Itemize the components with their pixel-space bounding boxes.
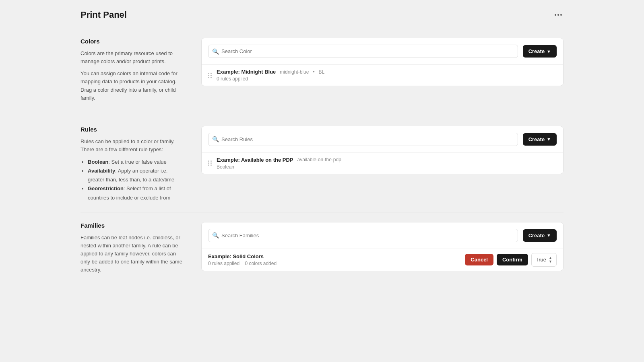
- rule-row: Example: Available on the PDP available-…: [202, 152, 563, 174]
- colors-desc2: You can assign colors an internal code f…: [80, 70, 185, 102]
- family-row-main: Example: Solid Colors: [208, 253, 460, 259]
- color-row-content: Example: Midnight Blue midnight-blue • B…: [217, 69, 557, 82]
- color-sub: 0 rules applied: [217, 76, 557, 82]
- families-create-button[interactable]: Create ▼: [523, 229, 557, 242]
- families-toolbar: 🔍 Create ▼: [202, 222, 563, 249]
- rule-availability-term: Availability: [88, 168, 115, 174]
- chevron-down-icon: ▼: [547, 233, 551, 238]
- colors-title: Colors: [80, 38, 185, 45]
- color-row-main: Example: Midnight Blue midnight-blue • B…: [217, 69, 557, 75]
- rule-sub: Boolean: [217, 164, 557, 170]
- color-row: Example: Midnight Blue midnight-blue • B…: [202, 64, 563, 86]
- rules-list: Boolean: Set a true or false value Avail…: [80, 158, 185, 202]
- families-desc: Families can be leaf nodes i.e. childles…: [80, 234, 185, 274]
- colors-create-button[interactable]: Create ▼: [523, 45, 557, 58]
- rules-card: 🔍 Create ▼ Example: Available on the PDP: [201, 126, 564, 174]
- families-title: Families: [80, 222, 185, 229]
- rule-code: available-on-the-pdp: [297, 157, 341, 162]
- page-header: Print Panel: [80, 0, 564, 28]
- rule-list-item-availability: Availability: Apply an operator i.e. gre…: [88, 167, 185, 184]
- colors-panel: 🔍 Create ▼ Example: Midnight Blue: [201, 38, 564, 106]
- up-down-icon: ▲▼: [549, 256, 552, 263]
- family-rules-count: 0 rules applied: [208, 261, 239, 266]
- colors-desc1: Colors are the primary resource used to …: [80, 49, 185, 66]
- color-short-code: BL: [319, 69, 325, 75]
- families-panel: 🔍 Create ▼ Example: Solid Colors 0 rules…: [201, 222, 564, 278]
- family-sub: 0 rules applied 0 colors added: [208, 261, 460, 266]
- rule-boolean-term: Boolean: [88, 159, 108, 165]
- color-search-input[interactable]: [208, 45, 518, 58]
- family-row-content: Example: Solid Colors 0 rules applied 0 …: [208, 253, 460, 266]
- drag-handle-icon[interactable]: [208, 73, 212, 78]
- rules-create-button[interactable]: Create ▼: [523, 133, 557, 146]
- true-select[interactable]: True ▲▼: [531, 253, 557, 267]
- cancel-button[interactable]: Cancel: [465, 254, 493, 265]
- rule-name: Example: Available on the PDP: [217, 157, 293, 163]
- family-colors-count: 0 colors added: [245, 261, 277, 266]
- rules-section: Rules Rules can be applied to a color or…: [80, 116, 564, 212]
- family-row-actions: Cancel Confirm True ▲▼: [465, 253, 557, 267]
- color-name: Example: Midnight Blue: [217, 69, 276, 75]
- rules-toolbar: 🔍 Create ▼: [202, 126, 563, 152]
- rule-boolean-def: : Set a true or false value: [108, 159, 167, 165]
- colors-toolbar: 🔍 Create ▼: [202, 38, 563, 64]
- rules-title: Rules: [80, 126, 185, 133]
- chevron-down-icon: ▼: [547, 137, 551, 142]
- families-search-wrap: 🔍: [208, 229, 518, 242]
- rule-georestriction-term: Georestriction: [88, 185, 124, 191]
- colors-search-wrap: 🔍: [208, 45, 518, 58]
- color-code: midnight-blue: [280, 69, 309, 75]
- families-description: Families Families can be leaf nodes i.e.…: [80, 222, 185, 278]
- rule-row-content: Example: Available on the PDP available-…: [217, 157, 557, 170]
- more-options-icon[interactable]: [553, 12, 564, 17]
- family-name: Example: Solid Colors: [208, 253, 264, 259]
- families-section: Families Families can be leaf nodes i.e.…: [80, 212, 564, 288]
- colors-description: Colors Colors are the primary resource u…: [80, 38, 185, 106]
- rule-list-item-georestriction: Georestriction: Select from a list of co…: [88, 184, 185, 202]
- colors-section: Colors Colors are the primary resource u…: [80, 28, 564, 116]
- rule-row-main: Example: Available on the PDP available-…: [217, 157, 557, 163]
- families-card: 🔍 Create ▼ Example: Solid Colors 0 rules…: [201, 222, 564, 271]
- rules-search-wrap: 🔍: [208, 133, 518, 146]
- confirm-button[interactable]: Confirm: [497, 254, 528, 265]
- rules-description: Rules Rules can be applied to a color or…: [80, 126, 185, 202]
- page-title: Print Panel: [80, 10, 127, 20]
- rules-panel: 🔍 Create ▼ Example: Available on the PDP: [201, 126, 564, 202]
- true-select-label: True: [536, 257, 546, 263]
- rule-list-item-boolean: Boolean: Set a true or false value: [88, 158, 185, 167]
- family-row: Example: Solid Colors 0 rules applied 0 …: [202, 249, 563, 271]
- rules-search-input[interactable]: [208, 133, 518, 146]
- rules-desc: Rules can be applied to a color or famil…: [80, 138, 185, 154]
- drag-handle-icon[interactable]: [208, 160, 212, 166]
- families-search-input[interactable]: [208, 229, 518, 242]
- color-separator: •: [313, 69, 314, 75]
- colors-card: 🔍 Create ▼ Example: Midnight Blue: [201, 38, 564, 86]
- chevron-down-icon: ▼: [547, 49, 551, 54]
